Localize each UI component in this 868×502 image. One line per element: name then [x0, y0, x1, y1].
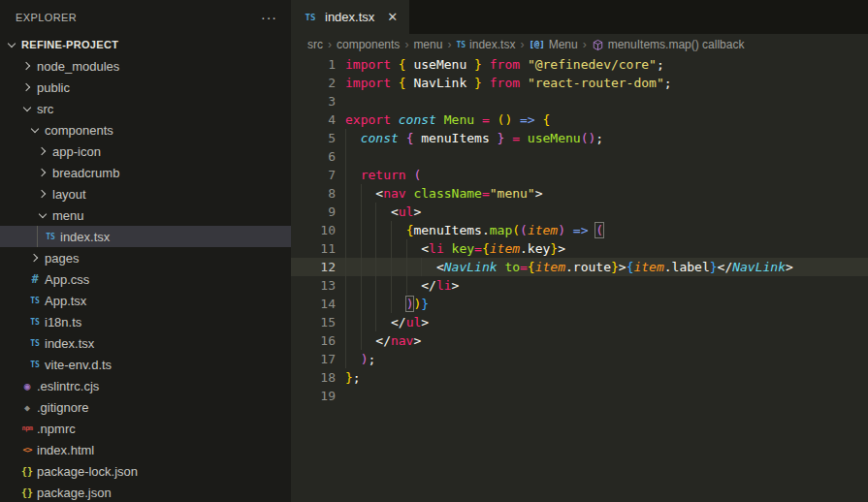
- indent-guide: [345, 166, 346, 184]
- code-text: <NavLink to={item.route}>{item.label}</N…: [336, 258, 793, 276]
- code-token: [345, 241, 421, 256]
- code-token: import: [345, 76, 391, 90]
- code-text: );: [336, 350, 375, 368]
- explorer-title: EXPLORER: [16, 12, 77, 23]
- code-line[interactable]: 17 );: [291, 350, 868, 368]
- code-line[interactable]: 14 ))}: [291, 295, 868, 313]
- tree-item-package-json[interactable]: {}package.json: [0, 482, 291, 502]
- tree-item-pages[interactable]: pages: [0, 247, 291, 268]
- code-line[interactable]: 7 return (: [291, 166, 868, 184]
- code-token: {: [399, 76, 406, 90]
- tree-item-menu[interactable]: menu: [0, 204, 291, 226]
- indent-guide: [345, 203, 346, 221]
- tree-item-label: App.tsx: [45, 294, 86, 308]
- line-number: 8: [291, 184, 336, 203]
- code-line[interactable]: 15 </ul>: [291, 313, 868, 331]
- breadcrumb-item[interactable]: src: [307, 38, 323, 51]
- tree-item--npmrc[interactable]: npm.npmrc: [0, 418, 291, 439]
- breadcrumb-separator: ›: [328, 38, 332, 51]
- code-token: NavLink: [732, 260, 786, 274]
- breadcrumb-item[interactable]: components: [337, 38, 400, 51]
- tree-item-label: App.css: [45, 272, 89, 287]
- tab-index-tsx[interactable]: TS index.tsx ✕: [291, 0, 409, 34]
- tree-item-label: .gitignore: [37, 400, 88, 415]
- tree-item--eslintrc-cjs[interactable]: ◉.eslintrc.cjs: [0, 375, 291, 396]
- code-text: <ul>: [336, 203, 421, 221]
- code-token: nav: [383, 186, 405, 201]
- tree-item-label: app-icon: [52, 144, 101, 159]
- code-line-active[interactable]: 12 <NavLink to={item.route}>{item.label}…: [291, 258, 868, 276]
- code-line[interactable]: 18};: [291, 368, 868, 387]
- code-line[interactable]: 6: [291, 147, 868, 166]
- close-icon[interactable]: ✕: [387, 10, 398, 24]
- code-token: }: [550, 241, 558, 256]
- code-line[interactable]: 4export const Menu = () => {: [291, 110, 868, 129]
- tree-item-layout[interactable]: layout: [0, 183, 291, 204]
- code-token: [345, 278, 421, 293]
- tree-item-components[interactable]: components: [0, 119, 291, 141]
- code-token: Menu: [444, 112, 474, 127]
- code-token: NavLink: [444, 260, 498, 274]
- tree-item-public[interactable]: public: [0, 77, 291, 98]
- tree-item-vite-env-d-ts[interactable]: TSvite-env.d.ts: [0, 354, 291, 375]
- tree-item-index-tsx[interactable]: TSindex.tsx: [0, 226, 291, 247]
- indent-guide: [345, 276, 346, 295]
- indent-guide: [361, 295, 362, 313]
- tree-item-app-tsx[interactable]: TSApp.tsx: [0, 290, 291, 311]
- breadcrumb-item[interactable]: menu: [413, 38, 442, 51]
- tree-item-node-modules[interactable]: node_modules: [0, 55, 291, 77]
- tree-item-src[interactable]: src: [0, 98, 291, 119]
- indent-guide: [361, 276, 362, 295]
- tree-item-app-icon[interactable]: app-icon: [0, 141, 291, 162]
- code-line[interactable]: 10 {menuItems.map((item) => (: [291, 221, 868, 239]
- indent-guide: [406, 239, 407, 258]
- code-line[interactable]: 1import { useMenu } from "@refinedev/cor…: [291, 55, 868, 74]
- code-token: map: [490, 223, 512, 237]
- tree-item-label: package.json: [37, 486, 112, 500]
- code-line[interactable]: 11 <li key={item.key}>: [291, 239, 868, 258]
- indent-guide: [375, 276, 376, 295]
- code-token: {: [543, 112, 551, 127]
- breadcrumb-item[interactable]: TSindex.tsx: [456, 38, 515, 51]
- code-line[interactable]: 3: [291, 92, 868, 110]
- code-token: {: [399, 57, 406, 72]
- breadcrumb-label: src: [307, 38, 323, 51]
- explorer-sidebar: EXPLORER ··· REFINE-PROJECT node_modules…: [0, 0, 291, 502]
- breadcrumb-item[interactable]: menuItems.map() callback: [592, 38, 745, 51]
- code-line[interactable]: 16 </nav>: [291, 331, 868, 350]
- code-token: ;: [353, 370, 361, 385]
- git-file-icon: ◆: [19, 399, 35, 415]
- more-actions-icon[interactable]: ···: [261, 13, 277, 22]
- breadcrumb-separator: ›: [447, 38, 451, 51]
- tree-item-i18n-ts[interactable]: TSi18n.ts: [0, 311, 291, 332]
- tree-item-index-html[interactable]: <>index.html: [0, 439, 291, 460]
- breadcrumb-label: components: [337, 38, 400, 51]
- project-root-folder[interactable]: REFINE-PROJECT: [0, 34, 291, 55]
- tree-item-app-css[interactable]: #App.css: [0, 268, 291, 290]
- code-text: };: [336, 368, 361, 387]
- code-line[interactable]: 9 <ul>: [291, 203, 868, 221]
- code-token: </: [391, 315, 406, 329]
- code-line[interactable]: 2import { NavLink } from "react-router-d…: [291, 74, 868, 92]
- explorer-header: EXPLORER ···: [0, 0, 291, 34]
- code-token: </: [718, 260, 733, 274]
- code-line[interactable]: 19: [291, 387, 868, 405]
- breadcrumb-item[interactable]: [@]Menu: [529, 38, 577, 51]
- code-text: </ul>: [336, 313, 429, 331]
- indent-guide: [361, 239, 362, 258]
- code-token: item: [633, 260, 663, 274]
- tree-item-label: src: [37, 102, 53, 116]
- code-token: [520, 131, 528, 145]
- code-editor[interactable]: 1import { useMenu } from "@refinedev/cor…: [291, 55, 868, 502]
- tab-bar: TS index.tsx ✕: [291, 0, 868, 34]
- tree-item-index-tsx[interactable]: TSindex.tsx: [0, 332, 291, 354]
- tree-item-breadcrumb[interactable]: breadcrumb: [0, 162, 291, 183]
- tree-item-package-lock-json[interactable]: {}package-lock.json: [0, 460, 291, 482]
- code-token: =: [512, 131, 520, 145]
- code-text: [336, 92, 345, 110]
- code-line[interactable]: 5 const { menuItems } = useMenu();: [291, 129, 868, 147]
- breadcrumb-separator: ›: [404, 38, 408, 51]
- code-line[interactable]: 13 </li>: [291, 276, 868, 295]
- code-line[interactable]: 8 <nav className="menu">: [291, 184, 868, 203]
- tree-item--gitignore[interactable]: ◆.gitignore: [0, 396, 291, 418]
